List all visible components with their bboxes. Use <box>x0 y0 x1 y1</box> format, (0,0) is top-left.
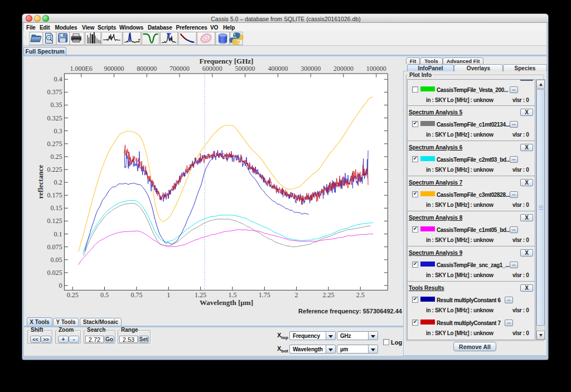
svg-text:1.75: 1.75 <box>259 291 270 299</box>
svg-text:0.175: 0.175 <box>47 191 62 199</box>
svg-text:200000: 200000 <box>333 65 354 72</box>
svg-text:0.4: 0.4 <box>54 75 62 83</box>
svg-text:0.025: 0.025 <box>47 269 62 277</box>
svg-text:600000: 600000 <box>202 65 222 72</box>
svg-text:Frequency [GHz]: Frequency [GHz] <box>200 57 254 65</box>
svg-text:reflectance: reflectance <box>36 165 45 199</box>
svg-text:0.125: 0.125 <box>47 217 62 225</box>
svg-text:0.1: 0.1 <box>54 230 62 238</box>
svg-text:0.3: 0.3 <box>54 127 62 135</box>
svg-text:2.5: 2.5 <box>356 291 365 299</box>
svg-text:0.25: 0.25 <box>51 153 62 161</box>
svg-text:0.35: 0.35 <box>51 101 62 109</box>
svg-text:0.375: 0.375 <box>47 88 62 96</box>
svg-text:400000: 400000 <box>268 65 288 72</box>
svg-text:0.225: 0.225 <box>47 166 62 173</box>
svg-text:500000: 500000 <box>235 65 255 72</box>
svg-text:1.000E6: 1.000E6 <box>70 65 93 72</box>
svg-text:Reference frequency: 557306492: Reference frequency: 557306492.44 <box>298 308 403 314</box>
svg-text:0: 0 <box>59 282 62 289</box>
svg-text:2.25: 2.25 <box>323 291 335 299</box>
svg-text:0.75: 0.75 <box>130 291 142 299</box>
svg-text:2: 2 <box>295 291 298 299</box>
svg-text:0.275: 0.275 <box>47 140 62 148</box>
svg-text:300000: 300000 <box>301 65 321 72</box>
svg-text:0.075: 0.075 <box>47 243 62 251</box>
svg-text:0.05: 0.05 <box>51 256 62 264</box>
svg-text:700000: 700000 <box>170 65 190 72</box>
svg-text:Wavelength [µm]: Wavelength [µm] <box>200 298 253 307</box>
svg-text:0.325: 0.325 <box>47 114 62 122</box>
svg-text:0.5: 0.5 <box>100 291 109 299</box>
svg-text:100000: 100000 <box>366 65 386 72</box>
svg-text:0.2: 0.2 <box>54 178 62 186</box>
svg-text:800000: 800000 <box>137 65 157 72</box>
svg-text:900000: 900000 <box>104 65 124 72</box>
svg-text:1: 1 <box>167 291 170 299</box>
svg-text:0.15: 0.15 <box>51 204 62 212</box>
svg-text:0.25: 0.25 <box>67 291 79 299</box>
